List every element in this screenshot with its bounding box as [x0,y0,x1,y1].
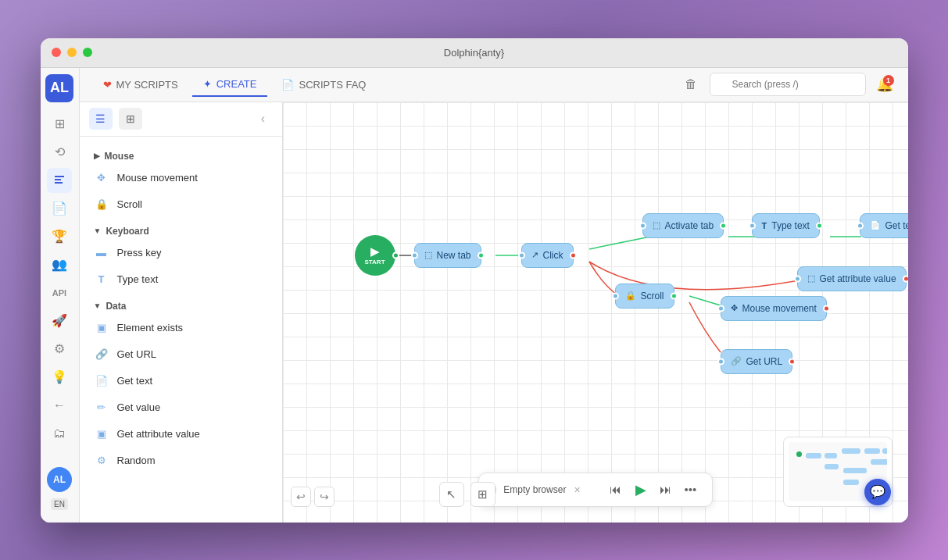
chevron-right-icon: ▶ [94,152,100,160]
get-attr-icon: ⬚ [807,273,815,284]
click-dot-right [570,251,577,259]
type-text-dot-right [816,222,823,229]
get-attr-dot-right [903,275,908,282]
nav-actions: 🗑 🔍 🔔 1 [680,73,896,96]
chat-button[interactable]: 💬 [864,479,891,505]
script-panel: ☰ ⊞ ‹ ▶ Mouse ✥ Mouse movement [80,102,283,523]
list-item-get-text[interactable]: 📄 Get text [80,368,282,394]
list-item-random[interactable]: ⚙ Random [80,448,282,474]
activate-tab-dot-right [720,222,727,229]
type-text-icon: T [94,272,109,287]
sidebar-item-back[interactable]: ← [47,393,72,418]
work-area: ☰ ⊞ ‹ ▶ Mouse ✥ Mouse movement [80,102,908,523]
tab-my-scripts[interactable]: ❤ MY SCRIPTS [92,72,189,97]
node-get-attribute-value[interactable]: ⬚ Get attribute value [797,266,907,291]
mini-node-8 [843,480,859,485]
list-item-get-value[interactable]: ✏ Get value [80,394,282,421]
activate-tab-dot-left [639,222,646,229]
cursor-tool-button[interactable]: ↖ [439,482,464,507]
logo-icon[interactable]: AL [45,74,73,102]
chevron-down-icon: ▼ [94,226,102,235]
mini-start-dot [796,451,802,457]
get-attr-dot-left [794,275,801,282]
browser-title: Empty browser [503,484,566,495]
tab-scripts-faq[interactable]: 📄 SCRIPTS FAQ [270,72,377,97]
start-node[interactable]: ▶ START [355,235,395,276]
scroll-dot-right [671,292,678,299]
mouse-movement-node-icon: ✥ [731,303,738,313]
app-title: Dolphin{anty} [444,47,504,59]
node-click[interactable]: ↗ Click [521,243,574,268]
grid-view-button[interactable]: ⊞ [119,108,142,130]
section-data[interactable]: ▼ Data [80,293,282,315]
list-item-get-attribute-value[interactable]: ▣ Get attribute value [80,421,282,448]
sidebar-item-bulb[interactable]: 💡 [47,365,72,390]
section-keyboard[interactable]: ▼ Keyboard [80,218,282,240]
app-body: AL ⊞ ⟲ 📄 🏆 👥 API 🚀 ⚙ 💡 ← 🗂 AL EN [41,68,908,523]
mouse-movement-dot-left [717,305,724,312]
click-dot-left [518,251,525,259]
skip-forward-button[interactable]: ⏭ [656,480,676,500]
sidebar-item-api[interactable]: API [47,280,72,305]
traffic-lights [52,48,92,57]
doc-icon: 📄 [281,79,294,91]
minimize-button[interactable] [67,48,77,57]
node-new-tab[interactable]: ⬚ New tab [414,243,481,268]
sidebar-item-grid[interactable]: ⊞ [47,112,72,137]
mouse-movement-dot-right [823,305,830,312]
panel-collapse-button[interactable]: ‹ [254,109,273,128]
sidebar-item-rocket[interactable]: 🚀 [47,309,72,334]
sidebar-item-scripts[interactable] [47,168,72,193]
panel-list: ▶ Mouse ✥ Mouse movement 🔒 Scroll [80,137,282,523]
sidebar-bottom: AL EN [47,467,72,516]
node-mouse-movement[interactable]: ✥ Mouse movement [721,296,827,321]
trash-button[interactable]: 🗑 [680,73,702,95]
list-item-mouse-movement[interactable]: ✥ Mouse movement [80,165,282,191]
sidebar-item-link[interactable]: ⟲ [47,140,72,165]
browser-close-button[interactable]: × [574,483,580,496]
tab-create[interactable]: ✦ CREATE [192,72,268,97]
chevron-down-icon-2: ▼ [94,301,102,310]
node-scroll[interactable]: 🔒 Scroll [615,284,674,309]
list-item-get-url[interactable]: 🔗 Get URL [80,341,282,368]
avatar[interactable]: AL [47,467,72,492]
panel-toolbar: ☰ ⊞ ‹ [80,102,282,137]
expand-tool-button[interactable]: ⊞ [470,482,495,507]
get-url-node-icon: 🔗 [731,356,742,366]
node-get-url[interactable]: 🔗 Get URL [721,349,793,374]
canvas-area[interactable]: ▶ START ⬚ New tab ↗ [283,102,908,523]
new-tab-icon: ⬚ [424,250,432,260]
sidebar-item-users[interactable]: 👥 [47,252,72,277]
undo-button[interactable]: ↩ [291,487,311,507]
scroll-icon: 🔒 [94,197,109,212]
search-input[interactable] [710,73,866,96]
list-item-press-key[interactable]: ▬ Press key [80,240,282,266]
get-url-dot-right [789,358,796,365]
more-button[interactable]: ••• [681,480,701,500]
star-icon: ✦ [203,78,212,90]
top-nav: ❤ MY SCRIPTS ✦ CREATE 📄 SCRIPTS FAQ 🗑 🔍 [80,68,908,102]
app-window: Dolphin{anty} AL ⊞ ⟲ 📄 🏆 👥 API 🚀 ⚙ 💡 ← 🗂… [41,38,908,523]
svg-line-4 [689,296,721,305]
sidebar-item-pages[interactable]: 📄 [47,196,72,221]
node-get-text[interactable]: 📄 Get text [860,213,908,238]
node-activate-tab[interactable]: ⬚ Activate tab [642,213,724,238]
sidebar-item-storage[interactable]: 🗂 [47,421,72,446]
play-button[interactable]: ▶ [631,480,651,500]
list-view-button[interactable]: ☰ [89,108,113,130]
search-wrapper: 🔍 [710,73,866,96]
sidebar-item-settings[interactable]: ⚙ [47,337,72,362]
list-item-scroll[interactable]: 🔒 Scroll [80,191,282,218]
sidebar-item-trophy[interactable]: 🏆 [47,224,72,249]
mini-node-5 [882,448,887,454]
close-button[interactable] [52,48,61,57]
list-item-type-text[interactable]: T Type text [80,266,282,293]
node-type-text[interactable]: T Type text [752,213,820,238]
section-mouse[interactable]: ▶ Mouse [80,143,282,165]
language-badge[interactable]: EN [51,498,68,510]
skip-back-button[interactable]: ⏮ [606,480,626,500]
notification-bell[interactable]: 🔔 1 [874,73,896,95]
maximize-button[interactable] [83,48,92,57]
redo-button[interactable]: ↪ [314,487,334,507]
list-item-element-exists[interactable]: ▣ Element exists [80,315,282,341]
